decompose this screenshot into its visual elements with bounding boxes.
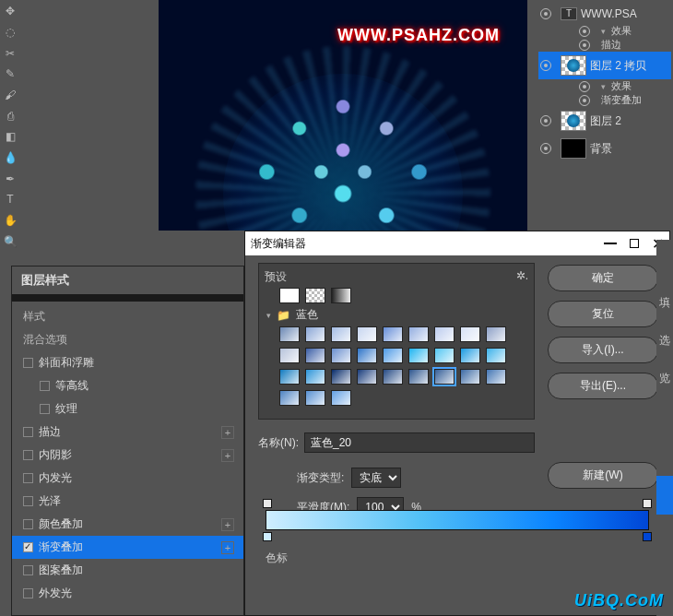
swatch[interactable] bbox=[305, 326, 325, 342]
style-patternoverlay[interactable]: 图案叠加 bbox=[12, 559, 243, 582]
swatch[interactable] bbox=[305, 288, 325, 303]
swatch[interactable] bbox=[279, 288, 300, 303]
swatch[interactable] bbox=[486, 348, 506, 363]
swatch[interactable] bbox=[331, 369, 351, 385]
swatch[interactable] bbox=[357, 326, 377, 342]
fx-gradoverlay-row[interactable]: 渐变叠加 bbox=[538, 93, 671, 107]
tool-move-icon[interactable]: ✥ bbox=[2, 4, 18, 19]
strip-item[interactable]: 览 bbox=[659, 371, 670, 386]
swatch[interactable] bbox=[331, 390, 351, 406]
gradient-preview[interactable] bbox=[266, 510, 649, 530]
tool-eyedrop-icon[interactable]: ✎ bbox=[2, 66, 18, 82]
swatch[interactable] bbox=[279, 369, 300, 385]
visibility-icon[interactable] bbox=[579, 81, 590, 92]
swatch[interactable] bbox=[486, 326, 506, 342]
style-satin[interactable]: 光泽 bbox=[12, 490, 243, 513]
strip-item[interactable]: 填 bbox=[659, 295, 670, 311]
swatch[interactable] bbox=[331, 288, 351, 303]
export-button[interactable]: 导出(E)... bbox=[548, 373, 658, 399]
color-stop-right[interactable] bbox=[643, 532, 652, 541]
style-contour[interactable]: 等高线 bbox=[12, 374, 243, 397]
visibility-icon[interactable] bbox=[579, 40, 590, 51]
gradient-name-input[interactable] bbox=[304, 432, 535, 453]
titlebar[interactable]: 渐变编辑器 ✕ bbox=[245, 231, 669, 255]
color-stop-left[interactable] bbox=[263, 532, 272, 541]
document-canvas[interactable]: WWW.PSAHZ.COM bbox=[159, 0, 527, 231]
style-texture[interactable]: 纹理 bbox=[12, 397, 243, 421]
blend-options[interactable]: 混合选项 bbox=[12, 328, 243, 351]
swatch[interactable] bbox=[305, 390, 325, 406]
checkbox[interactable] bbox=[23, 496, 33, 506]
swatch[interactable] bbox=[279, 348, 300, 363]
opacity-stop-right[interactable] bbox=[643, 499, 652, 508]
checkbox[interactable] bbox=[40, 381, 50, 391]
tool-clone-icon[interactable]: ⎙ bbox=[2, 108, 18, 124]
style-innershadow[interactable]: 内阴影+ bbox=[12, 444, 243, 467]
swatch[interactable] bbox=[408, 326, 429, 342]
layer-text[interactable]: T WWW.PSA bbox=[538, 4, 671, 24]
layer-2[interactable]: 图层 2 bbox=[538, 107, 671, 135]
swatch[interactable] bbox=[305, 369, 325, 385]
tool-blur-icon[interactable]: 💧 bbox=[2, 150, 18, 166]
tool-text-icon[interactable]: T bbox=[2, 192, 18, 207]
preset-folder-blue[interactable]: ▾📁蓝色 bbox=[266, 307, 528, 323]
swatch[interactable] bbox=[331, 348, 351, 363]
checkbox[interactable] bbox=[23, 519, 33, 529]
tool-zoom-icon[interactable]: 🔍 bbox=[2, 233, 18, 249]
checkbox[interactable] bbox=[23, 542, 33, 552]
checkbox[interactable] bbox=[40, 404, 50, 414]
visibility-icon[interactable] bbox=[540, 143, 551, 154]
fx-row[interactable]: ▾效果 bbox=[538, 79, 671, 93]
visibility-icon[interactable] bbox=[540, 60, 551, 71]
gradtype-select[interactable]: 实底 bbox=[351, 468, 401, 488]
swatch[interactable] bbox=[460, 326, 480, 342]
tool-crop-icon[interactable]: ✂ bbox=[2, 45, 18, 61]
minimize-icon[interactable] bbox=[604, 243, 617, 244]
swatch[interactable] bbox=[279, 326, 300, 342]
swatch[interactable] bbox=[434, 369, 455, 385]
swatch[interactable] bbox=[331, 326, 351, 342]
swatch[interactable] bbox=[383, 369, 403, 385]
tool-pen-icon[interactable]: ✒ bbox=[2, 171, 18, 186]
import-button[interactable]: 导入(I)... bbox=[548, 337, 658, 363]
style-stroke[interactable]: 描边+ bbox=[12, 421, 243, 444]
checkbox[interactable] bbox=[23, 427, 33, 437]
swatch[interactable] bbox=[486, 369, 506, 385]
swatch[interactable] bbox=[460, 348, 480, 363]
visibility-icon[interactable] bbox=[540, 115, 551, 126]
tool-lasso-icon[interactable]: ◌ bbox=[2, 25, 18, 41]
checkbox[interactable] bbox=[23, 565, 33, 575]
swatch[interactable] bbox=[357, 369, 377, 385]
add-icon[interactable]: + bbox=[221, 541, 234, 554]
opacity-stop-left[interactable] bbox=[263, 499, 272, 508]
swatch[interactable] bbox=[460, 369, 480, 385]
visibility-icon[interactable] bbox=[579, 26, 590, 37]
visibility-icon[interactable] bbox=[579, 95, 590, 106]
swatch[interactable] bbox=[357, 348, 377, 363]
fx-row[interactable]: ▾效果 bbox=[538, 24, 671, 38]
checkbox[interactable] bbox=[23, 588, 33, 598]
swatch[interactable] bbox=[279, 390, 300, 406]
swatch[interactable] bbox=[434, 326, 455, 342]
swatch[interactable] bbox=[434, 348, 455, 363]
checkbox[interactable] bbox=[23, 450, 33, 460]
style-innerglow[interactable]: 内发光 bbox=[12, 467, 243, 490]
strip-item[interactable]: 选 bbox=[659, 333, 670, 349]
gear-icon[interactable]: ✲. bbox=[516, 269, 528, 285]
visibility-icon[interactable] bbox=[540, 8, 551, 19]
fx-stroke-row[interactable]: 描边 bbox=[538, 38, 671, 52]
new-button[interactable]: 新建(W) bbox=[548, 462, 658, 489]
style-gradientoverlay[interactable]: 渐变叠加+ bbox=[12, 536, 243, 559]
style-bevel[interactable]: 斜面和浮雕 bbox=[12, 351, 243, 374]
layer-background[interactable]: 背景 bbox=[538, 135, 671, 162]
checkbox[interactable] bbox=[23, 473, 33, 483]
maximize-icon[interactable] bbox=[630, 239, 639, 248]
swatch[interactable] bbox=[383, 326, 403, 342]
tool-eraser-icon[interactable]: ◧ bbox=[2, 129, 18, 145]
style-outerglow[interactable]: 外发光 bbox=[12, 582, 243, 605]
swatch[interactable] bbox=[408, 369, 429, 385]
add-icon[interactable]: + bbox=[221, 426, 234, 439]
swatch[interactable] bbox=[408, 348, 429, 363]
layer-2-copy[interactable]: 图层 2 拷贝 bbox=[538, 52, 671, 79]
cancel-button[interactable]: 复位 bbox=[548, 301, 658, 327]
